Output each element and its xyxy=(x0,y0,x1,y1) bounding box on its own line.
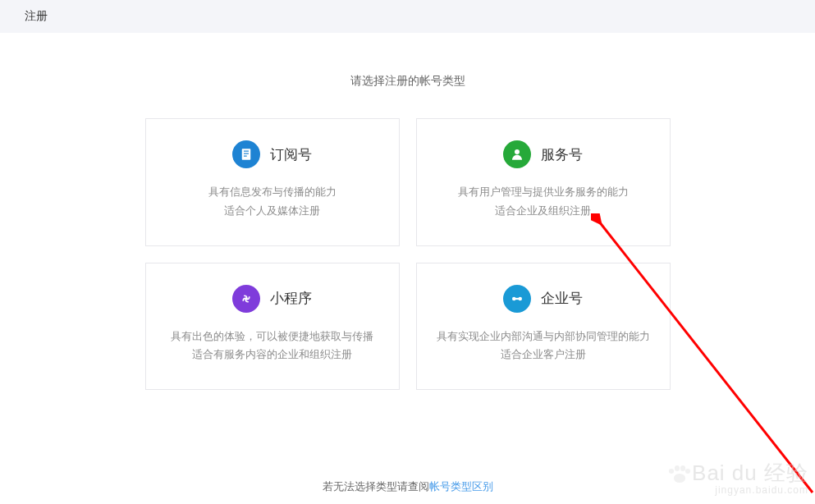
svg-rect-1 xyxy=(244,151,249,152)
svg-rect-3 xyxy=(244,156,247,157)
card-desc-line2: 适合有服务内容的企业和组织注册 xyxy=(161,346,384,364)
card-desc: 具有信息发布与传播的能力 适合个人及媒体注册 xyxy=(161,183,384,221)
card-miniprogram[interactable]: 小程序 具有出色的体验，可以被便捷地获取与传播 适合有服务内容的企业和组织注册 xyxy=(145,263,400,391)
card-head: 企业号 xyxy=(432,285,655,313)
card-desc: 具有实现企业内部沟通与内部协同管理的能力 适合企业客户注册 xyxy=(432,328,655,365)
page-title: 注册 xyxy=(25,9,48,24)
document-icon xyxy=(232,140,260,168)
account-type-difference-link[interactable]: 帐号类型区别 xyxy=(429,480,493,493)
mini-program-icon xyxy=(232,285,260,313)
svg-rect-7 xyxy=(515,297,520,299)
main-content: 请选择注册的帐号类型 订阅号 具有信息发布与传播的能力 适合个人及媒体注册 服务… xyxy=(0,33,815,390)
card-head: 服务号 xyxy=(432,140,655,168)
card-title: 企业号 xyxy=(541,289,583,308)
card-desc-line1: 具有出色的体验，可以被便捷地获取与传播 xyxy=(161,328,384,346)
footer-help-prefix: 若无法选择类型请查阅 xyxy=(323,480,429,493)
footer-help: 若无法选择类型请查阅帐号类型区别 xyxy=(0,479,815,494)
card-head: 订阅号 xyxy=(161,140,384,168)
card-desc-line2: 适合个人及媒体注册 xyxy=(161,202,384,221)
page-header: 注册 xyxy=(0,0,815,33)
card-desc: 具有用户管理与提供业务服务的能力 适合企业及组织注册 xyxy=(432,183,655,221)
svg-point-4 xyxy=(515,149,520,154)
enterprise-icon xyxy=(503,285,531,313)
card-head: 小程序 xyxy=(161,285,384,313)
account-type-grid: 订阅号 具有信息发布与传播的能力 适合个人及媒体注册 服务号 具有用户管理与提供… xyxy=(137,118,679,390)
card-desc-line1: 具有用户管理与提供业务服务的能力 xyxy=(432,183,655,202)
card-subscription[interactable]: 订阅号 具有信息发布与传播的能力 适合个人及媒体注册 xyxy=(145,118,400,246)
card-desc: 具有出色的体验，可以被便捷地获取与传播 适合有服务内容的企业和组织注册 xyxy=(161,328,384,365)
card-desc-line2: 适合企业客户注册 xyxy=(432,346,655,364)
person-icon xyxy=(503,140,531,168)
card-title: 订阅号 xyxy=(270,145,312,164)
card-desc-line2: 适合企业及组织注册 xyxy=(432,202,655,221)
instruction-text: 请选择注册的帐号类型 xyxy=(0,74,815,89)
svg-rect-2 xyxy=(244,153,249,154)
svg-rect-0 xyxy=(242,149,251,160)
card-title: 服务号 xyxy=(541,145,583,164)
card-title: 小程序 xyxy=(270,289,312,308)
card-enterprise[interactable]: 企业号 具有实现企业内部沟通与内部协同管理的能力 适合企业客户注册 xyxy=(416,263,671,391)
card-desc-line1: 具有实现企业内部沟通与内部协同管理的能力 xyxy=(432,328,655,346)
card-service[interactable]: 服务号 具有用户管理与提供业务服务的能力 适合企业及组织注册 xyxy=(416,118,671,246)
card-desc-line1: 具有信息发布与传播的能力 xyxy=(161,183,384,202)
